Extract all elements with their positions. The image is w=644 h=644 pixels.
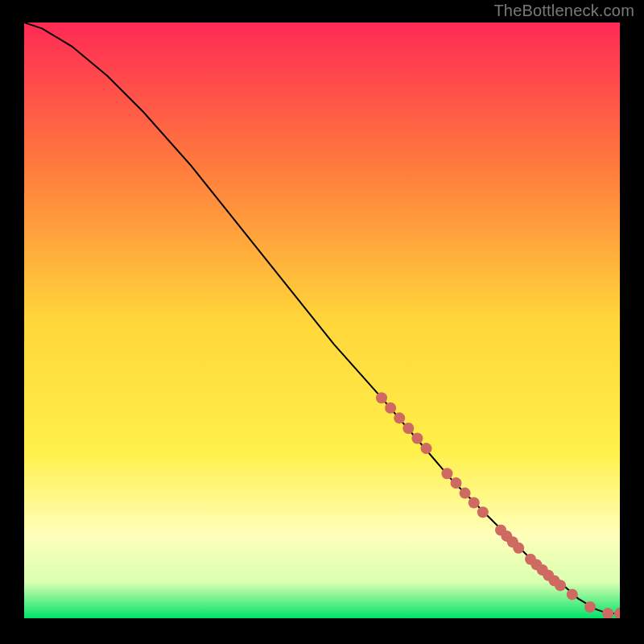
data-marker (602, 608, 613, 618)
data-marker (469, 497, 480, 508)
data-marker (402, 423, 414, 434)
marker-group (376, 392, 620, 618)
data-marker (451, 477, 462, 489)
chart-svg (24, 23, 620, 618)
plot-area (24, 23, 620, 618)
data-marker (584, 601, 596, 613)
data-marker (441, 468, 452, 479)
data-marker (411, 433, 423, 444)
data-marker (567, 588, 578, 600)
attribution-text: TheBottleneck.com (493, 2, 634, 20)
data-marker (376, 392, 387, 403)
data-marker (614, 608, 620, 618)
data-marker (513, 543, 524, 554)
data-marker (555, 580, 566, 591)
data-marker (394, 412, 405, 423)
data-marker (421, 443, 432, 454)
data-marker (460, 488, 471, 499)
data-marker (477, 506, 489, 518)
data-marker (385, 402, 396, 414)
curve-line (24, 23, 620, 613)
